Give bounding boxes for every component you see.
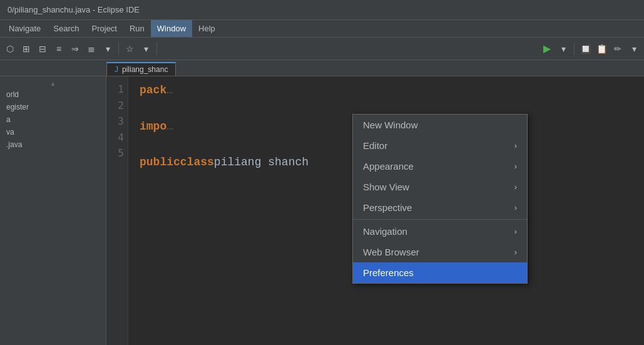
line-num-5: 5 (118, 145, 124, 162)
toolbar-btn-9[interactable]: ▾ (138, 41, 153, 56)
sidebar-item-java[interactable]: .java (0, 138, 106, 151)
menu-search[interactable]: Search (47, 20, 85, 37)
appearance-arrow-icon: › (514, 162, 517, 171)
toolbar-btn-r5[interactable]: ✏ (610, 41, 625, 56)
web-browser-arrow-icon: › (514, 247, 517, 257)
sidebar-item-register[interactable]: egister (0, 101, 106, 113)
toolbar-btn-r3[interactable]: 🔲 (578, 41, 593, 56)
toolbar-btn-4[interactable]: ≡ (51, 41, 66, 56)
toolbar: ⬡ ⊞ ⊟ ≡ ⇒ ≣ ▾ ☆ ▾ ▶ ▾ 🔲 📋 ✏ ▾ (0, 38, 644, 60)
sidebar-item-a[interactable]: a (0, 113, 106, 126)
editor-area[interactable]: 1 2 3 4 5 pack… impo… public class pi (106, 76, 644, 345)
new-window-label: New Window (363, 120, 418, 130)
menu-bar: Navigate Search Project Run Window Help (0, 20, 644, 38)
title-bar: 0/piliang_shanchu.java - Eclipse IDE (0, 0, 644, 20)
menu-web-browser[interactable]: Web Browser › (353, 242, 527, 262)
perspective-arrow-icon: › (514, 203, 517, 212)
keyword-pack: pack (140, 81, 166, 100)
toolbar-btn-2[interactable]: ⊞ (19, 41, 34, 56)
toolbar-btn-8[interactable]: ☆ (122, 41, 137, 56)
tab-label: piliang_shanc (122, 65, 168, 74)
menu-appearance[interactable]: Appearance › (353, 156, 527, 177)
tab-bar: J piliang_shanc (0, 60, 644, 76)
window-title: 0/piliang_shanchu.java - Eclipse IDE (8, 5, 140, 14)
line-num-3: 3 (118, 113, 124, 130)
menu-project[interactable]: Project (86, 20, 123, 37)
tab-piliang[interactable]: J piliang_shanc (106, 62, 176, 76)
java-file-icon: J (115, 65, 118, 74)
toolbar-btn-r2[interactable]: ▾ (556, 41, 571, 56)
toolbar-run-btn[interactable]: ▶ (539, 41, 555, 56)
menu-navigation[interactable]: Navigation › (353, 221, 527, 242)
code-line-1: pack… (140, 81, 644, 100)
menu-navigate[interactable]: Navigate (3, 20, 47, 37)
show-view-arrow-icon: › (514, 182, 517, 192)
toolbar-sep-2 (156, 43, 157, 55)
menu-editor[interactable]: Editor › (353, 135, 527, 156)
main-content: ▲ orld egister a va .java 1 2 3 4 (0, 76, 644, 345)
menu-preferences[interactable]: Preferences (353, 262, 527, 283)
toolbar-btn-7[interactable]: ▾ (100, 41, 115, 56)
sidebar-scroll-up[interactable]: ▲ (0, 79, 106, 88)
toolbar-sep-3 (574, 43, 575, 55)
menu-show-view[interactable]: Show View › (353, 177, 527, 197)
toolbar-btn-r4[interactable]: 📋 (594, 41, 609, 56)
editor-arrow-icon: › (514, 141, 517, 150)
line-num-1: 1 (118, 81, 124, 98)
sidebar: ▲ orld egister a va .java (0, 76, 106, 345)
menu-perspective[interactable]: Perspective › (353, 197, 527, 218)
toolbar-btn-3[interactable]: ⊟ (35, 41, 50, 56)
toolbar-btn-r6[interactable]: ▾ (626, 41, 641, 56)
toolbar-btn-5[interactable]: ⇒ (68, 41, 83, 56)
menu-run[interactable]: Run (123, 20, 151, 37)
perspective-label: Perspective (363, 202, 412, 213)
toolbar-btn-6[interactable]: ≣ (84, 41, 99, 56)
appearance-label: Appearance (363, 161, 414, 172)
keyword-impo: impo (140, 118, 166, 136)
navigation-label: Navigation (363, 226, 407, 237)
menu-help[interactable]: Help (192, 20, 222, 37)
show-view-label: Show View (363, 182, 409, 192)
web-browser-label: Web Browser (363, 247, 419, 257)
navigation-arrow-icon: › (514, 227, 517, 236)
preferences-label: Preferences (363, 267, 414, 278)
keyword-public: public (140, 153, 180, 172)
sidebar-item-va[interactable]: va (0, 126, 106, 138)
keyword-class: class (180, 153, 214, 172)
menu-window[interactable]: Window (151, 20, 192, 37)
toolbar-btn-1[interactable]: ⬡ (3, 41, 18, 56)
line-numbers: 1 2 3 4 5 (106, 76, 128, 345)
line-num-2: 2 (118, 98, 124, 114)
menu-new-window[interactable]: New Window (353, 115, 527, 135)
dropdown-menu-window: New Window Editor › Appearance › Show Vi… (352, 114, 528, 284)
line-num-4: 4 (118, 130, 124, 146)
editor-label: Editor (363, 140, 387, 151)
classname: piliang shanch (214, 153, 309, 172)
window-dropdown: New Window Editor › Appearance › Show Vi… (352, 114, 528, 284)
sidebar-item-world[interactable]: orld (0, 88, 106, 101)
dropdown-separator (353, 219, 527, 220)
toolbar-sep-1 (118, 43, 119, 55)
